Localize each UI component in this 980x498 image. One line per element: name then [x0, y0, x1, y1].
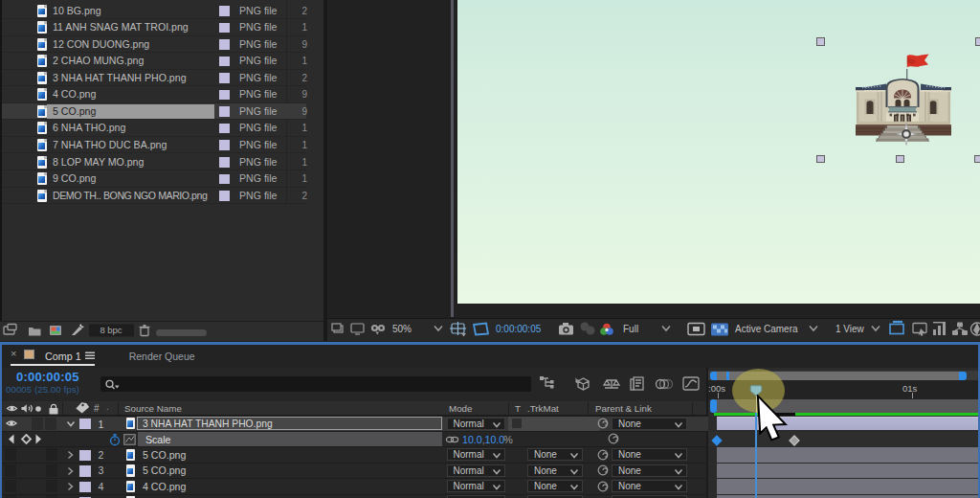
svg-text:Full: Full — [623, 324, 638, 334]
svg-text:1 View: 1 View — [835, 324, 865, 334]
svg-text:0:00:00:05: 0:00:00:05 — [496, 324, 542, 334]
svg-text:Active Camera: Active Camera — [735, 324, 798, 334]
svg-text:50%: 50% — [392, 324, 412, 334]
svg-text:8 bpc: 8 bpc — [100, 325, 122, 335]
